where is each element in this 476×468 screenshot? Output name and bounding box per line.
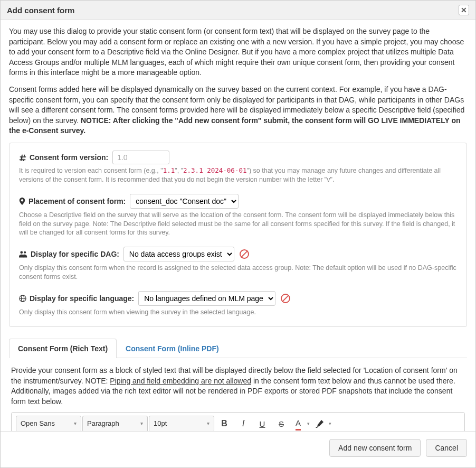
italic-button[interactable]: I: [234, 416, 252, 431]
language-row: Display for specific language: No langua…: [19, 291, 457, 306]
block-format-select[interactable]: Paragraph▾: [82, 416, 148, 431]
text-color-combo: A ▾: [291, 416, 312, 431]
dialog-title: Add consent form: [7, 6, 74, 15]
text-color-button[interactable]: A: [291, 416, 305, 431]
language-label: Display for specific language:: [19, 294, 136, 303]
language-hint: Only display this consent form when view…: [19, 308, 457, 317]
dialog-body: You may use this dialog to provide your …: [1, 20, 475, 431]
underline-button[interactable]: U: [253, 416, 271, 431]
prohibit-icon: [281, 294, 290, 303]
dag-select[interactable]: No data access groups exist: [123, 247, 234, 261]
rich-text-editor: Open Sans▾ Paragraph▾ 10pt▾ B I U S: [11, 412, 465, 431]
svg-point-1: [24, 251, 26, 254]
cancel-button[interactable]: Cancel: [426, 439, 467, 457]
svg-point-0: [20, 251, 23, 254]
chevron-down-icon: ▾: [207, 420, 210, 427]
titlebar: Add consent form ✕: [1, 1, 475, 20]
dag-label: Display for specific DAG:: [19, 250, 121, 258]
tab-inline-pdf[interactable]: Consent Form (Inline PDF): [117, 339, 228, 358]
rich-text-description: Provide your consent form as a block of …: [11, 366, 465, 407]
close-button[interactable]: ✕: [459, 5, 469, 15]
tab-rich-text[interactable]: Consent Form (Rich Text): [9, 339, 117, 358]
highlight-combo: ▾: [313, 416, 334, 431]
intro-paragraph-1: You may use this dialog to provide your …: [9, 26, 467, 78]
version-label: Consent form version:: [19, 153, 110, 162]
bold-button[interactable]: B: [215, 416, 233, 431]
placement-row: Placement of consent form: consent_doc "…: [19, 194, 457, 209]
map-pin-icon: [19, 198, 25, 205]
dag-row: Display for specific DAG: No data access…: [19, 247, 457, 261]
version-input[interactable]: [112, 151, 169, 164]
dag-hint: Only display this consent form when the …: [19, 264, 457, 282]
language-select[interactable]: No languages defined on MLM page: [138, 291, 275, 306]
intro-paragraph-2: Consent forms added here will be display…: [9, 85, 467, 136]
highlight-button[interactable]: [313, 416, 327, 431]
version-row: Consent form version:: [19, 151, 457, 164]
text-color-dropdown[interactable]: ▾: [305, 420, 312, 427]
close-icon: ✕: [461, 6, 467, 14]
dialog-footer: Add new consent form Cancel: [1, 431, 475, 464]
chevron-down-icon: ▾: [140, 420, 143, 427]
globe-icon: [19, 295, 26, 302]
placement-hint: Choose a Descriptive field on the survey…: [19, 211, 457, 238]
highlighter-icon: [316, 419, 324, 428]
dialog-body-scroll[interactable]: You may use this dialog to provide your …: [1, 20, 475, 431]
dialog: Add consent form ✕ You may use this dial…: [0, 0, 476, 468]
version-hint: It is required to version each consent f…: [19, 166, 457, 184]
strikethrough-button[interactable]: S: [272, 416, 290, 431]
chevron-down-icon: ▾: [74, 420, 77, 427]
font-size-select[interactable]: 10pt▾: [149, 416, 214, 431]
hash-icon: [19, 154, 26, 161]
placement-label: Placement of consent form:: [19, 197, 128, 205]
editor-toolbar-row-1: Open Sans▾ Paragraph▾ 10pt▾ B I U S: [12, 413, 464, 431]
rich-text-tab-content: Provide your consent form as a block of …: [9, 358, 467, 431]
highlight-dropdown[interactable]: ▾: [327, 420, 334, 427]
consent-tabs: Consent Form (Rich Text) Consent Form (I…: [9, 339, 467, 358]
placement-select[interactable]: consent_doc "Consent doc": [130, 194, 239, 209]
add-consent-form-button[interactable]: Add new consent form: [329, 439, 421, 457]
font-family-select[interactable]: Open Sans▾: [16, 416, 81, 431]
users-icon: [19, 250, 27, 258]
settings-panel: Consent form version: It is required to …: [9, 143, 467, 327]
prohibit-icon: [240, 249, 249, 259]
